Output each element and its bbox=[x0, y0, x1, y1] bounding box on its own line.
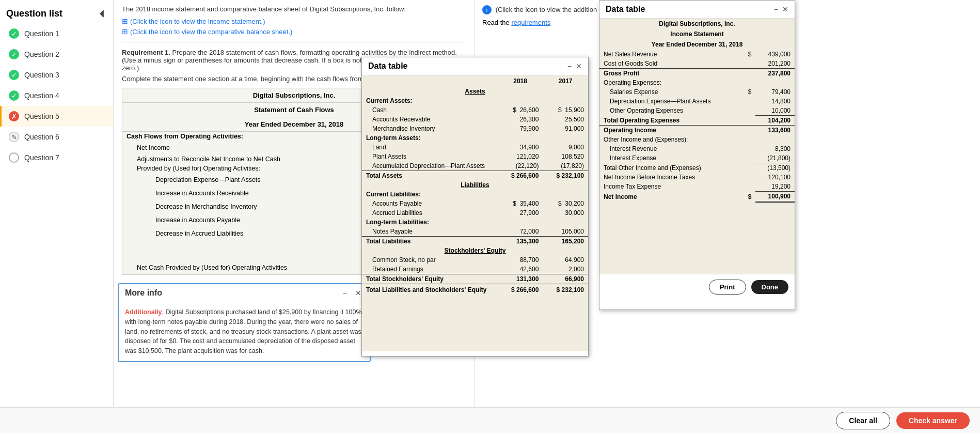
is-period-row: Year Ended December 31, 2018 bbox=[599, 39, 795, 50]
bs-accrued-liab-2018: 27,900 bbox=[498, 208, 543, 218]
sidebar-item-q2[interactable]: ✓ Question 2 bbox=[0, 44, 113, 65]
sidebar-collapse-icon[interactable]: ⏴ bbox=[98, 8, 107, 19]
balance-sheet-minimize-btn[interactable]: − bbox=[567, 62, 572, 70]
sidebar-item-q1[interactable]: ✓ Question 1 bbox=[0, 23, 113, 44]
q4-status-icon: ✓ bbox=[9, 90, 19, 101]
q2-label: Question 2 bbox=[24, 50, 59, 58]
bs-total-equity-2018: 131,300 bbox=[498, 274, 543, 285]
balance-sheet-modal-controls: − ✕ bbox=[567, 62, 582, 70]
income-minimize-btn[interactable]: − bbox=[774, 5, 778, 13]
is-net-sales-label: Net Sales Revenue bbox=[599, 50, 726, 59]
done-button[interactable]: Done bbox=[751, 280, 789, 294]
bs-total-equity-label: Total Stockholders' Equity bbox=[362, 274, 498, 285]
is-cogs-label: Cost of Goods Sold bbox=[599, 59, 726, 69]
bs-total-equity-row: Total Stockholders' Equity 131,300 66,90… bbox=[362, 274, 588, 285]
bs-ap-row: Accounts Payable $ 35,400 $ 30,200 bbox=[362, 199, 588, 208]
is-total-other-row: Total Other Income and (Expenses) (13,50… bbox=[599, 163, 795, 173]
more-info-text: Additionally, Digital Subscriptions purc… bbox=[125, 307, 363, 356]
bs-total-assets-2017: $ 232,100 bbox=[543, 171, 588, 181]
clear-all-button[interactable]: Clear all bbox=[836, 412, 890, 429]
balance-sheet-link[interactable]: ⊞ (Click the icon to view the comparativ… bbox=[122, 27, 466, 36]
bs-notes-payable-label: Notes Payable bbox=[362, 227, 498, 237]
sidebar-item-q6[interactable]: ✎ Question 6 bbox=[0, 127, 113, 147]
bs-year-2017: 2017 bbox=[543, 75, 588, 87]
bs-equity-header: Stockholders' Equity bbox=[362, 246, 588, 255]
bs-notes-payable-row: Notes Payable 72,000 105,000 bbox=[362, 227, 588, 237]
is-net-income-row: Net Income $ 100,900 bbox=[599, 192, 795, 202]
bs-plant-label: Plant Assets bbox=[362, 152, 498, 161]
more-info-title: More info bbox=[125, 288, 162, 298]
is-period: Year Ended December 31, 2018 bbox=[599, 39, 795, 50]
bs-accum-dep-row: Accumulated Depreciation—Plant Assets (2… bbox=[362, 161, 588, 171]
bs-longterm-liab-row: Long-term Liabilities: bbox=[362, 218, 588, 227]
bs-ap-label: Accounts Payable bbox=[362, 199, 498, 208]
bs-common-stock-2017: 64,900 bbox=[543, 255, 588, 265]
sidebar: Question list ⏴ ✓ Question 1 ✓ Question … bbox=[0, 0, 114, 433]
is-net-sales-value: 439,000 bbox=[755, 50, 795, 59]
bs-assets-header: Assets bbox=[362, 87, 588, 96]
bs-cash-row: Cash $ 26,600 $ 15,900 bbox=[362, 105, 588, 115]
sidebar-item-q3[interactable]: ✓ Question 3 bbox=[0, 65, 113, 85]
is-tax-row: Income Tax Expense 19,200 bbox=[599, 182, 795, 192]
bs-common-stock-row: Common Stock, no par 88,700 64,900 bbox=[362, 255, 588, 265]
bs-total-liab-equity-row: Total Liabilities and Stockholders' Equi… bbox=[362, 285, 588, 295]
bs-common-stock-2018: 88,700 bbox=[498, 255, 543, 265]
bs-common-stock-label: Common Stock, no par bbox=[362, 255, 498, 265]
bs-inventory-2018: 79,900 bbox=[498, 124, 543, 133]
q6-label: Question 6 bbox=[24, 133, 59, 141]
is-interest-revenue-value: 8,300 bbox=[755, 144, 795, 153]
print-button[interactable]: Print bbox=[709, 280, 746, 295]
q1-status-icon: ✓ bbox=[9, 28, 19, 39]
bs-total-equity-2017: 66,900 bbox=[543, 274, 588, 285]
check-answer-button[interactable]: Check answer bbox=[896, 412, 970, 429]
sidebar-item-q4[interactable]: ✓ Question 4 bbox=[0, 85, 113, 106]
income-sheet-content: Digital Subscriptions, Inc. Income State… bbox=[599, 19, 795, 274]
more-info-header: More info − ✕ bbox=[119, 284, 370, 302]
is-salaries-row: Salaries Expense $ 79,400 bbox=[599, 87, 795, 97]
is-net-sales-row: Net Sales Revenue $ 439,000 bbox=[599, 50, 795, 59]
q3-label: Question 3 bbox=[24, 71, 59, 79]
requirements-link[interactable]: requirements bbox=[511, 19, 550, 26]
is-interest-expense-value: (21,800) bbox=[755, 153, 795, 163]
bs-assets-header-row: Assets bbox=[362, 87, 588, 96]
bs-accrued-liab-2017: 30,000 bbox=[543, 208, 588, 218]
bs-longterm-label: Long-term Assets: bbox=[362, 133, 498, 143]
additionally-highlight: Additionally bbox=[125, 308, 162, 316]
sidebar-title-text: Question list bbox=[6, 8, 62, 19]
bs-inventory-label: Merchandise Inventory bbox=[362, 124, 498, 133]
q7-status-icon bbox=[9, 152, 19, 163]
bs-retained-earnings-row: Retained Earnings 42,600 2,000 bbox=[362, 265, 588, 274]
bs-longterm-assets-row: Long-term Assets: bbox=[362, 133, 588, 143]
is-interest-expense-label: Interest Expense bbox=[599, 153, 726, 163]
bs-total-assets-row: Total Assets $ 266,600 $ 232,100 bbox=[362, 171, 588, 181]
bs-plant-row: Plant Assets 121,020 108,520 bbox=[362, 152, 588, 161]
bs-land-2017: 9,000 bbox=[543, 143, 588, 152]
bs-accum-dep-2018: (22,120) bbox=[498, 161, 543, 171]
balance-sheet-table: 2018 2017 Assets Current Assets: Cash $ … bbox=[362, 75, 588, 305]
sidebar-item-q5[interactable]: ✗ Question 5 bbox=[0, 106, 113, 127]
is-interest-expense-row: Interest Expense (21,800) bbox=[599, 153, 795, 163]
sidebar-item-q7[interactable]: Question 7 bbox=[0, 147, 113, 168]
q4-label: Question 4 bbox=[24, 91, 59, 100]
income-close-btn[interactable]: ✕ bbox=[782, 5, 788, 13]
is-op-income-value: 133,600 bbox=[755, 126, 795, 135]
is-title-row: Income Statement bbox=[599, 29, 795, 39]
is-net-income-value: 100,900 bbox=[755, 192, 795, 202]
income-statement-link[interactable]: ⊞ (Click the icon to view the income sta… bbox=[122, 17, 466, 25]
is-op-exp-header-row: Operating Expenses: bbox=[599, 78, 795, 87]
net-income-label: Net Income bbox=[127, 144, 373, 151]
is-cogs-row: Cost of Goods Sold 201,200 bbox=[599, 59, 795, 69]
bottom-bar: Clear all Check answer bbox=[0, 407, 980, 433]
is-interest-revenue-row: Interest Revenue 8,300 bbox=[599, 144, 795, 153]
bs-liabilities-header: Liabilities bbox=[362, 180, 588, 190]
balance-link-text: (Click the icon to view the comparative … bbox=[130, 28, 292, 36]
bs-current-assets-label: Current Assets: bbox=[362, 96, 498, 105]
q3-status-icon: ✓ bbox=[9, 70, 19, 80]
is-op-income-row: Operating Income 133,600 bbox=[599, 126, 795, 135]
is-income-before-tax-value: 120,100 bbox=[755, 173, 795, 182]
more-info-minimize-btn[interactable]: − bbox=[341, 289, 349, 297]
balance-sheet-close-btn[interactable]: ✕ bbox=[576, 62, 582, 70]
income-statement-header: Data table − ✕ bbox=[599, 1, 795, 19]
is-income-before-tax-row: Net Income Before Income Taxes 120,100 bbox=[599, 173, 795, 182]
requirement1-bold: Requirement 1. bbox=[122, 49, 170, 56]
